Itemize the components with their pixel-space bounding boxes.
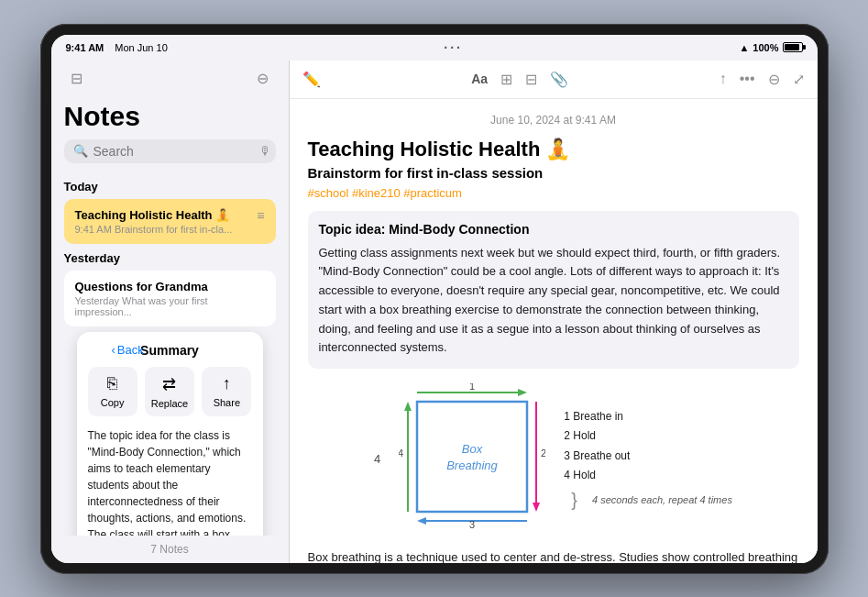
note-item-grandma-title: Questions for Grandma	[75, 280, 265, 293]
more-icon: •••	[740, 71, 755, 87]
note-area: ✏️ Aa ⊞ ⊟ 📎	[290, 61, 818, 563]
note-toolbar: ✏️ Aa ⊞ ⊟ 📎	[290, 61, 818, 99]
popup-header: ‹ Back Summary	[88, 343, 252, 358]
pen-icon: ✏️	[302, 71, 321, 88]
note-item-teaching[interactable]: Teaching Holistic Health 🧘 9:41 AM Brain…	[64, 199, 276, 244]
grid-button[interactable]: ⊟	[525, 71, 537, 88]
search-bar[interactable]: 🔍 🎙	[64, 139, 276, 163]
table-button[interactable]: ⊞	[500, 71, 512, 88]
section-label-today: Today	[64, 180, 276, 193]
svg-text:3: 3	[469, 519, 475, 530]
svg-text:Breathing: Breathing	[447, 459, 499, 472]
status-time: 9:41 AM	[66, 42, 104, 53]
diagram-svg: Box Breathing 1 2	[399, 383, 545, 534]
compose-button[interactable]: ⊖	[250, 66, 276, 92]
wifi-icon: ▲	[739, 42, 749, 53]
toolbar-right: ↑ ••• ⊖ ⤢	[720, 71, 805, 88]
share-popup-label: Share	[214, 397, 240, 408]
note-item-icon: ≡	[257, 208, 264, 223]
status-bar-left: 9:41 AM Mon Jun 10	[66, 42, 168, 53]
more-button[interactable]: •••	[740, 71, 755, 87]
status-date: Mon Jun 10	[115, 42, 167, 53]
sidebar-title: Notes	[51, 97, 289, 139]
share-popup-button[interactable]: ↑ Share	[202, 367, 251, 416]
copy-icon: ⎘	[107, 374, 117, 393]
breathing-steps-container: 1 Breathe in 2 Hold 3 Breathe out 4 Hold…	[564, 407, 732, 511]
toolbar-left: ✏️	[302, 71, 321, 88]
svg-rect-0	[417, 402, 527, 512]
compose-icon: ⊖	[257, 70, 269, 87]
step-3: 3 Breathe out	[564, 447, 732, 467]
svg-text:1: 1	[469, 383, 475, 392]
note-item-title: Teaching Holistic Health 🧘	[75, 208, 250, 222]
attachment-button[interactable]: 📎	[550, 71, 568, 88]
breathing-diagram: 4 Box Breathing	[308, 383, 799, 534]
status-bar-center: ···	[444, 40, 463, 55]
step-4: 4 Hold	[564, 466, 732, 486]
copy-button[interactable]: ⎘ Copy	[88, 367, 137, 416]
note-item-grandma-meta: Yesterday What was your first impression…	[75, 295, 265, 317]
back-button[interactable]: ‹ Back	[112, 343, 144, 357]
minimize-icon: ⊖	[768, 71, 780, 88]
replace-label: Replace	[151, 398, 188, 409]
summary-popup: ‹ Back Summary ⎘ Copy ⇄	[77, 332, 263, 536]
popup-body-text: The topic idea for the class is "Mind-Bo…	[88, 427, 252, 536]
note-item-grandma-content: Questions for Grandma Yesterday What was…	[75, 280, 265, 317]
ipad-screen: 9:41 AM Mon Jun 10 ··· ▲ 100% ⊟	[51, 35, 818, 563]
popup-actions: ⎘ Copy ⇄ Replace ↑ Share	[88, 367, 252, 416]
columns-icon: ⊟	[71, 70, 82, 87]
attachment-icon: 📎	[550, 71, 568, 88]
breathing-steps: 1 Breathe in 2 Hold 3 Breathe out 4 Hold	[564, 407, 732, 486]
back-label: Back	[117, 343, 144, 357]
status-bar-right: ▲ 100%	[739, 42, 802, 53]
svg-marker-7	[533, 503, 540, 512]
svg-text:Box: Box	[462, 442, 483, 456]
toolbar-center: Aa ⊞ ⊟ 📎	[471, 71, 568, 88]
copy-label: Copy	[101, 397, 125, 408]
battery-label: 100%	[753, 42, 778, 53]
battery-icon	[783, 42, 803, 52]
note-date: June 10, 2024 at 9:41 AM	[308, 114, 799, 127]
status-bar: 9:41 AM Mon Jun 10 ··· ▲ 100%	[51, 35, 818, 61]
minimize-button[interactable]: ⊖	[768, 71, 780, 88]
diagram-note-text: 4 seconds each, repeat 4 times	[592, 494, 732, 505]
pen-tool-button[interactable]: ✏️	[302, 71, 321, 88]
svg-marker-4	[518, 389, 527, 396]
diagram-note-wrapper: } 4 seconds each, repeat 4 times	[571, 490, 732, 511]
text-format-icon: Aa	[471, 72, 488, 86]
table-icon: ⊞	[500, 71, 512, 88]
external-icon: ⤢	[793, 71, 805, 88]
replace-icon: ⇄	[162, 374, 176, 394]
external-button[interactable]: ⤢	[793, 71, 805, 88]
search-input[interactable]	[93, 144, 254, 159]
section-label-yesterday: Yesterday	[64, 251, 276, 265]
sidebar-section: Today Teaching Holistic Health 🧘 9:41 AM…	[51, 172, 289, 536]
ipad-frame: 9:41 AM Mon Jun 10 ··· ▲ 100% ⊟	[40, 24, 829, 574]
sidebar-toggle-button[interactable]: ⊟	[64, 66, 90, 92]
step-1: 1 Breathe in	[564, 407, 732, 427]
step-2: 2 Hold	[564, 426, 732, 447]
share-button[interactable]: ↑	[720, 71, 727, 87]
mic-icon: 🎙	[259, 144, 271, 158]
notes-count: 7 Notes	[51, 536, 289, 563]
replace-button[interactable]: ⇄ Replace	[145, 367, 194, 416]
note-tags: #school #kine210 #practicum	[308, 186, 799, 200]
sidebar-toolbar: ⊟ ⊖	[51, 61, 289, 97]
app-content: ⊟ ⊖ Notes 🔍 🎙 Today Teachi	[51, 61, 818, 563]
note-subtitle: Brainstorm for first in-class session	[308, 165, 799, 181]
svg-text:2: 2	[541, 448, 545, 459]
footer-text-content: Box breathing is a technique used to cen…	[308, 550, 798, 562]
note-item-content: Teaching Holistic Health 🧘 9:41 AM Brain…	[75, 208, 250, 235]
sidebar: ⊟ ⊖ Notes 🔍 🎙 Today Teachi	[51, 61, 290, 563]
note-item-meta: 9:41 AM Brainstorm for first in-cla...	[75, 224, 250, 235]
note-item-grandma[interactable]: Questions for Grandma Yesterday What was…	[64, 271, 276, 326]
diagram-left-label: 4	[374, 452, 380, 466]
text-format-button[interactable]: Aa	[471, 72, 488, 86]
note-content: June 10, 2024 at 9:41 AM Teaching Holist…	[290, 99, 818, 563]
chevron-left-icon: ‹	[112, 343, 115, 357]
share-icon: ↑	[720, 71, 727, 87]
note-section-title: Topic idea: Mind-Body Connection	[319, 222, 788, 237]
box-breathing-svg: Box Breathing 1 2	[399, 383, 545, 530]
search-icon: 🔍	[73, 144, 88, 158]
left-bracket-icon: }	[571, 490, 577, 511]
